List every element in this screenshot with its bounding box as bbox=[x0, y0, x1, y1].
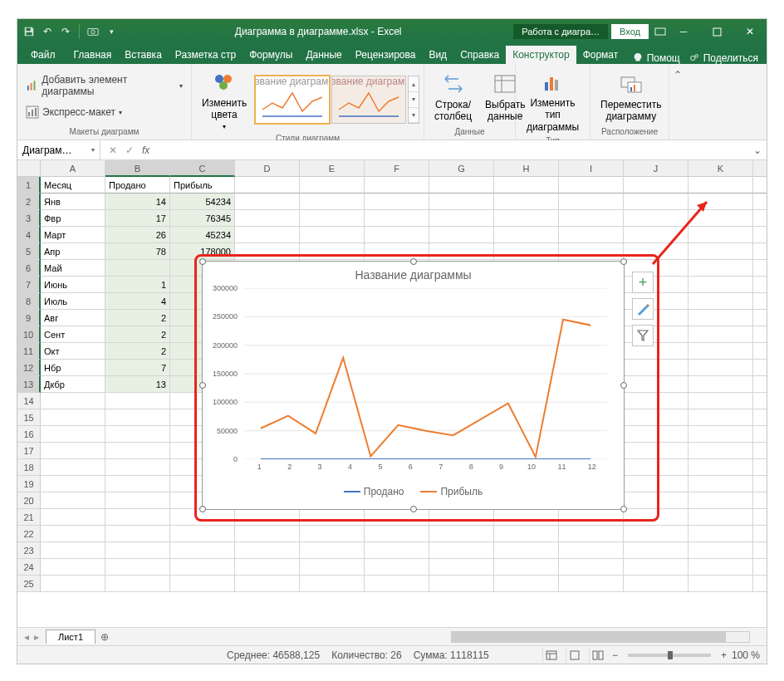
undo-icon[interactable]: ↶ bbox=[41, 25, 54, 38]
cell[interactable] bbox=[688, 260, 753, 277]
cell[interactable] bbox=[753, 310, 767, 326]
cell[interactable] bbox=[624, 177, 688, 194]
cell[interactable] bbox=[688, 426, 753, 443]
cell[interactable] bbox=[624, 393, 688, 409]
cell[interactable] bbox=[235, 227, 300, 243]
cell[interactable]: Прибыль bbox=[170, 177, 235, 194]
row-header[interactable]: 12 bbox=[17, 360, 41, 376]
cell[interactable]: Авг bbox=[41, 310, 105, 326]
cell[interactable] bbox=[688, 277, 753, 293]
cell[interactable] bbox=[494, 559, 559, 576]
cell[interactable] bbox=[753, 243, 767, 260]
tab-главная[interactable]: Главная bbox=[67, 46, 119, 64]
cell[interactable] bbox=[105, 526, 170, 542]
cell[interactable]: Окт bbox=[41, 343, 105, 360]
cell[interactable] bbox=[753, 227, 767, 243]
change-chart-type-button[interactable]: Изменить тип диаграммы bbox=[521, 67, 585, 135]
cell[interactable] bbox=[105, 260, 170, 277]
cell[interactable] bbox=[365, 526, 429, 542]
tab-рецензирова[interactable]: Рецензирова bbox=[349, 46, 423, 64]
cell[interactable] bbox=[559, 559, 624, 576]
cell[interactable] bbox=[365, 509, 429, 526]
cell[interactable] bbox=[300, 194, 365, 210]
cell[interactable] bbox=[41, 559, 105, 576]
confirm-formula-icon[interactable]: ✓ bbox=[122, 145, 137, 156]
formula-input[interactable] bbox=[154, 145, 748, 156]
cell[interactable] bbox=[105, 426, 170, 443]
cell[interactable] bbox=[429, 542, 494, 559]
cell[interactable] bbox=[170, 576, 235, 592]
cell[interactable] bbox=[753, 210, 767, 227]
column-header[interactable]: B bbox=[105, 160, 170, 177]
cell[interactable]: Фвр bbox=[41, 210, 105, 227]
cell[interactable] bbox=[688, 376, 753, 393]
row-header[interactable]: 11 bbox=[17, 343, 41, 360]
row-header[interactable]: 20 bbox=[17, 492, 41, 509]
row-header[interactable]: 9 bbox=[17, 310, 41, 326]
cell[interactable] bbox=[624, 360, 688, 376]
cell[interactable] bbox=[624, 443, 688, 459]
cell[interactable]: Март bbox=[41, 227, 105, 243]
cell[interactable]: Продано bbox=[105, 177, 170, 194]
cell[interactable] bbox=[624, 409, 688, 426]
cell[interactable] bbox=[235, 177, 300, 194]
ribbon-display-icon[interactable] bbox=[654, 25, 667, 38]
cell[interactable] bbox=[624, 210, 688, 227]
cell[interactable] bbox=[559, 194, 624, 210]
cell[interactable] bbox=[41, 509, 105, 526]
cell[interactable] bbox=[753, 559, 767, 576]
cell[interactable] bbox=[688, 542, 753, 559]
cell[interactable] bbox=[688, 526, 753, 542]
cell[interactable] bbox=[41, 476, 105, 492]
cell[interactable] bbox=[105, 542, 170, 559]
page-layout-view-icon[interactable] bbox=[566, 648, 584, 663]
cell[interactable] bbox=[624, 476, 688, 492]
cell[interactable] bbox=[559, 509, 624, 526]
cell[interactable] bbox=[624, 542, 688, 559]
cell[interactable] bbox=[235, 509, 300, 526]
chart-plot-area[interactable] bbox=[244, 288, 607, 459]
tab-вставка[interactable]: Вставка bbox=[118, 46, 169, 64]
row-header[interactable]: 1 bbox=[17, 177, 41, 194]
cell[interactable] bbox=[105, 409, 170, 426]
cell[interactable]: 17 bbox=[105, 210, 170, 227]
column-header[interactable]: F bbox=[365, 160, 429, 177]
cell[interactable] bbox=[753, 277, 767, 293]
cell[interactable] bbox=[624, 526, 688, 542]
cell[interactable] bbox=[753, 326, 767, 343]
row-header[interactable]: 16 bbox=[17, 426, 41, 443]
cell[interactable] bbox=[429, 576, 494, 592]
cell[interactable] bbox=[365, 542, 429, 559]
cell[interactable] bbox=[753, 177, 767, 194]
cell[interactable] bbox=[688, 326, 753, 343]
cell[interactable] bbox=[753, 443, 767, 459]
chart-title[interactable]: Название диаграммы bbox=[203, 262, 624, 285]
cell[interactable] bbox=[105, 509, 170, 526]
cell[interactable]: 14 bbox=[105, 194, 170, 210]
zoom-level[interactable]: 100 % bbox=[732, 649, 760, 661]
cell[interactable] bbox=[300, 210, 365, 227]
cell[interactable] bbox=[494, 177, 559, 194]
cell[interactable] bbox=[105, 476, 170, 492]
cell[interactable]: 1 bbox=[105, 277, 170, 293]
cell[interactable] bbox=[688, 492, 753, 509]
cell[interactable] bbox=[559, 210, 624, 227]
cell[interactable]: 13 bbox=[105, 376, 170, 393]
cell[interactable]: Май bbox=[41, 260, 105, 277]
cell[interactable] bbox=[753, 194, 767, 210]
cell[interactable] bbox=[105, 492, 170, 509]
cell[interactable] bbox=[624, 194, 688, 210]
cell[interactable] bbox=[688, 293, 753, 310]
cell[interactable] bbox=[559, 542, 624, 559]
column-header[interactable]: D bbox=[235, 160, 300, 177]
cell[interactable] bbox=[429, 559, 494, 576]
quick-layout-button[interactable]: Экспресс-макет ▾ bbox=[22, 104, 125, 120]
cell[interactable] bbox=[41, 542, 105, 559]
cell[interactable] bbox=[753, 476, 767, 492]
cell[interactable] bbox=[300, 177, 365, 194]
fx-icon[interactable]: fx bbox=[142, 145, 154, 156]
cell[interactable] bbox=[300, 227, 365, 243]
cell[interactable] bbox=[300, 542, 365, 559]
add-sheet-button[interactable]: ⊕ bbox=[96, 628, 114, 646]
cell[interactable] bbox=[494, 243, 559, 260]
